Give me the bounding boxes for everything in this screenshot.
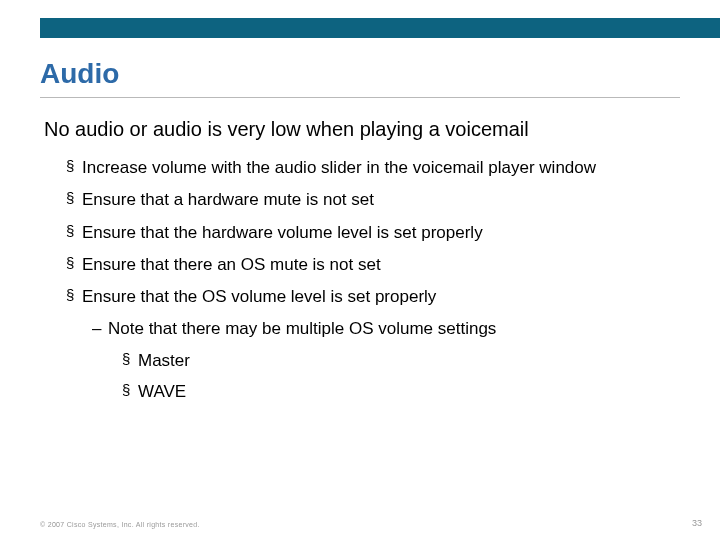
- sub-list-item: WAVE: [122, 381, 684, 402]
- copyright-text: © 2007 Cisco Systems, Inc. All rights re…: [40, 521, 200, 528]
- title-divider: [40, 97, 680, 98]
- slide-title: Audio: [40, 58, 119, 90]
- slide-body: No audio or audio is very low when playi…: [44, 118, 684, 412]
- issue-heading: No audio or audio is very low when playi…: [44, 118, 684, 141]
- list-item: Ensure that the OS volume level is set p…: [66, 286, 684, 307]
- list-item: Ensure that a hardware mute is not set: [66, 189, 684, 210]
- list-item: Increase volume with the audio slider in…: [66, 157, 684, 178]
- list-item: Ensure that the hardware volume level is…: [66, 222, 684, 243]
- sub-note: Note that there may be multiple OS volum…: [92, 318, 684, 339]
- list-item: Ensure that there an OS mute is not set: [66, 254, 684, 275]
- header-accent-bar: [40, 18, 720, 38]
- page-number: 33: [692, 518, 702, 528]
- sub-list-item: Master: [122, 350, 684, 371]
